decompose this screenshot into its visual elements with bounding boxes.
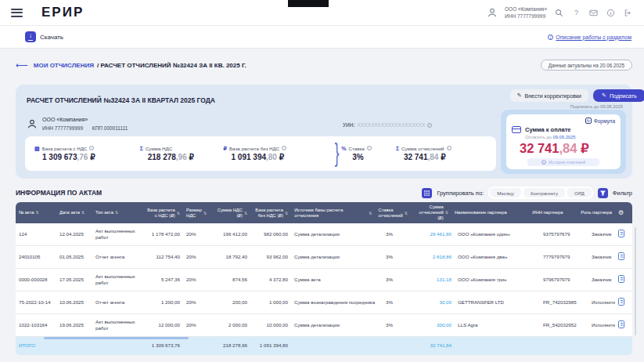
column-header[interactable]: Источник базы расчета отчисления⇅ — [291, 205, 375, 221]
table-row[interactable]: 0000-00002817.05.2025Акт выполненных раб… — [16, 269, 632, 291]
info-icon[interactable]: i — [89, 146, 94, 150]
sort-icon[interactable]: ⇅ — [285, 211, 288, 215]
document-icon[interactable] — [618, 230, 624, 237]
user-avatar-icon[interactable] — [487, 7, 498, 18]
group-by-ord[interactable]: ОРД — [567, 188, 592, 197]
stat-value: 3% — [341, 153, 396, 161]
column-header-label: № акта — [19, 210, 34, 215]
info-icon[interactable]: i — [367, 146, 372, 150]
table-cell: Сумма детализации — [291, 230, 383, 239]
stat-deductions-sum: ΣСумма отчисленийi 32 741,84 ₽ — [396, 146, 487, 162]
download-icon: ↓ — [25, 31, 36, 42]
make-corrections-button[interactable]: ✎ Внести корректировки — [510, 89, 588, 102]
totals-cell — [540, 345, 588, 348]
formula-label: Формула — [594, 118, 615, 124]
table-row[interactable]: 1022-10316419.06.2025Акт выполненных раб… — [16, 314, 632, 337]
acts-table: № акта⇅Дата акта⇅Тип акта⇅База расчета с… — [16, 202, 632, 355]
column-header[interactable]: Ставка отчислений⇅ — [376, 205, 411, 221]
back-arrow-icon[interactable]: ⟵ — [16, 61, 28, 70]
column-header[interactable]: Наименование партнера — [452, 208, 529, 218]
action-bar: ↓ Скачать i Описание работы с разделом — [0, 26, 644, 49]
document-icon[interactable] — [618, 252, 624, 260]
logout-icon[interactable] — [623, 8, 633, 18]
info-icon[interactable]: i — [427, 123, 432, 128]
table-cell: 7779797979 — [540, 252, 588, 262]
sort-icon[interactable]: ⇅ — [115, 210, 118, 215]
column-header[interactable]: База расчета без НДС (₽)⇅ — [250, 205, 291, 221]
column-header[interactable]: Дата акта⇅ — [56, 208, 92, 218]
stat-label: Сумма отчислений — [401, 146, 444, 151]
column-header[interactable]: № акта⇅ — [16, 208, 56, 218]
sort-icon[interactable]: ⇅ — [405, 211, 408, 215]
formula-button[interactable]: fx Формула — [585, 118, 615, 124]
column-header[interactable]: Размер НДС⇅ — [183, 205, 210, 221]
table-settings-header[interactable]: ⚙ — [615, 207, 632, 219]
menu-icon[interactable] — [11, 9, 23, 17]
column-header[interactable]: ИНН партнера — [529, 208, 577, 218]
column-header[interactable]: Сумма отчислений (₽)⇅ — [411, 202, 452, 223]
document-icon[interactable] — [618, 320, 624, 328]
column-header[interactable]: Сумма НДС (₽)⇅ — [210, 205, 250, 221]
stat-label: База расчета без НДС — [229, 146, 279, 151]
sort-icon[interactable]: ⇅ — [203, 211, 207, 215]
payer-company: ООО «Компания» ИНН 7777799999 КПП 000011… — [27, 116, 128, 132]
table-row[interactable]: 2401010501.05.2025Отчет агента112 754,40… — [16, 246, 632, 269]
horizontal-scrollbar[interactable] — [44, 337, 189, 339]
stat-value: 218 278,96 ₽ — [140, 153, 224, 161]
app-logo: ЕРИР — [41, 5, 84, 20]
table-cell: Отчет агента — [92, 298, 142, 307]
info-icon[interactable] — [606, 8, 616, 18]
deduction-sum-link[interactable]: 29 461,80 — [414, 230, 455, 239]
table-cell: 12 000,00 — [142, 320, 183, 330]
info-icon[interactable]: i — [447, 146, 452, 150]
deduction-sum-link[interactable]: 2 818,86 — [414, 252, 455, 262]
column-header-label: ИНН партнера — [532, 210, 563, 215]
table-row[interactable]: 12412.04.2025Акт выполненных работ1 178 … — [16, 223, 632, 246]
table-cell: ООО «Компания один» — [455, 230, 540, 239]
mail-icon[interactable] — [588, 8, 599, 18]
payer-company-text: ООО «Компания» ИНН 7777799999 КПП 000011… — [42, 116, 128, 132]
group-grid-icon[interactable] — [422, 188, 432, 198]
group-by-month[interactable]: Месяцу — [490, 188, 521, 197]
search-icon[interactable] — [554, 8, 564, 18]
sort-icon[interactable]: ⇅ — [177, 211, 180, 215]
uin-label: УИН: — [343, 122, 355, 128]
download-button[interactable]: ↓ Скачать — [25, 31, 63, 42]
payer-company-kpp: КПП 000011111 — [92, 125, 128, 131]
stat-base-without-vat: ₽База расчета без НДСi 1 091 394,80 ₽ — [224, 146, 333, 162]
stat-label: База расчета с НДС — [42, 146, 88, 151]
settings-gear-icon[interactable]: ⚙ — [618, 209, 624, 217]
percent-icon: % — [341, 146, 346, 151]
payment-history-link[interactable]: ↻ История платежей — [527, 158, 599, 166]
column-header-label: Ставка отчислений — [379, 208, 403, 219]
sort-icon[interactable]: ⇅ — [35, 210, 38, 215]
sort-icon[interactable]: ⇅ — [445, 210, 448, 215]
column-header[interactable]: База расчета с НДС (₽)⇅ — [142, 205, 183, 221]
sort-icon[interactable]: ⇅ — [81, 210, 85, 215]
sort-icon[interactable]: ⇅ — [244, 211, 247, 215]
history-icon: ↻ — [541, 160, 546, 165]
document-icon[interactable] — [618, 275, 624, 283]
bank-card-icon — [512, 126, 521, 133]
column-header[interactable]: Роль партнера — [577, 208, 615, 218]
totals-cell — [291, 345, 383, 348]
breadcrumb-back-link[interactable]: МОИ ОТЧИСЛЕНИЯ — [34, 62, 94, 69]
table-header-row: № акта⇅Дата акта⇅Тип акта⇅База расчета с… — [16, 202, 632, 223]
section-help-link[interactable]: i Описание работы с разделом — [548, 34, 631, 40]
sort-icon[interactable]: ⇅ — [369, 211, 372, 215]
sign-button[interactable]: ✎ Подписать — [593, 89, 644, 102]
table-row[interactable]: 75-2022-10-1410.06.2025Отчет агента1 200… — [16, 291, 632, 314]
payment-amount: 32 741,84 ₽ — [520, 141, 615, 156]
help-icon[interactable]: ? — [571, 8, 581, 18]
group-by-contractor[interactable]: Контрагенту — [523, 188, 565, 197]
deduction-sum-link[interactable]: 131,18 — [414, 275, 455, 284]
info-icon[interactable]: i — [282, 146, 286, 150]
deduction-sum-link[interactable]: 300,00 — [414, 320, 455, 330]
vertical-scrollbar[interactable] — [635, 227, 636, 335]
document-icon[interactable] — [618, 298, 624, 306]
filter-icon[interactable] — [598, 188, 608, 198]
column-header[interactable]: Тип акта⇅ — [92, 208, 142, 218]
table-cell: 9796797979 — [540, 275, 588, 284]
deduction-sum-link[interactable]: 30,00 — [414, 298, 455, 307]
totals-cell — [588, 345, 615, 348]
